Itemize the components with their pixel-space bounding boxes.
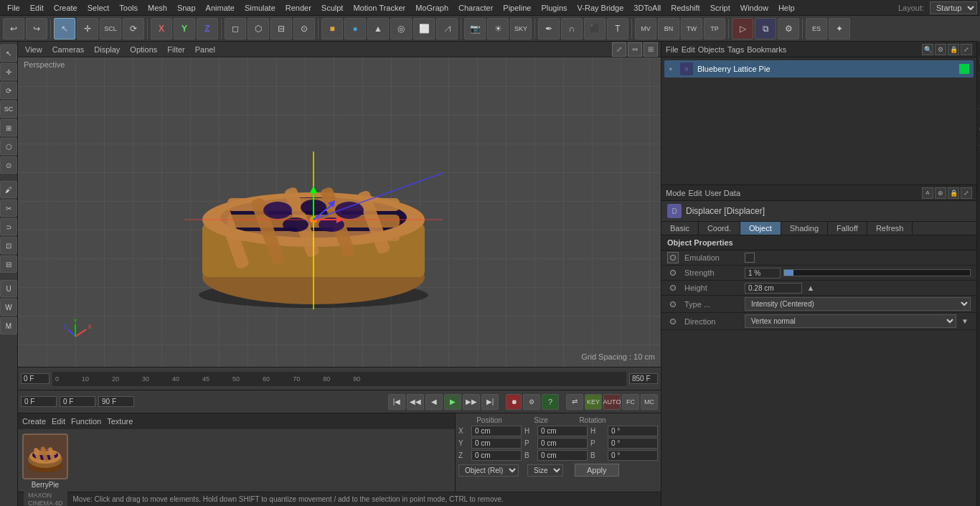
emulation-radio[interactable]: [667, 252, 679, 263]
key-frame-button[interactable]: KEY: [585, 394, 602, 410]
fcurve-button[interactable]: FC: [622, 394, 639, 410]
strength-input[interactable]: [745, 268, 781, 278]
vp-menu-cameras[interactable]: Cameras: [48, 44, 89, 55]
step-back-button[interactable]: ◀◀: [407, 394, 424, 410]
attr-user-data[interactable]: User Data: [705, 189, 741, 197]
landscape-tool[interactable]: ⩘: [436, 18, 458, 39]
obj-search-icon[interactable]: 🔍: [922, 44, 933, 55]
light-tool[interactable]: ☀: [487, 18, 509, 39]
size-h-input[interactable]: [537, 426, 588, 436]
poly-select-left[interactable]: ⬡: [0, 138, 17, 155]
pos-y-input[interactable]: [471, 438, 522, 449]
polygon-mode-button[interactable]: ⬡: [248, 18, 269, 39]
mat-menu-edit[interactable]: Edit: [52, 417, 65, 426]
obj-header-edit[interactable]: Edit: [682, 45, 695, 54]
type-dropdown[interactable]: Intensity (Centered): [745, 297, 971, 311]
cone-tool[interactable]: ▲: [367, 18, 389, 39]
mat-menu-create[interactable]: Create: [22, 417, 46, 426]
knife-tool[interactable]: ✂: [0, 200, 17, 217]
attr-tab-basic[interactable]: Basic: [661, 222, 699, 235]
loop-cut-tool[interactable]: ⊟: [0, 256, 17, 273]
edge-mode-button[interactable]: ⊟: [270, 18, 292, 39]
viewport[interactable]: Perspective: [18, 57, 661, 367]
menu-vray[interactable]: V-Ray Bridge: [573, 2, 628, 14]
playback-start-frame[interactable]: [21, 396, 57, 407]
play-button[interactable]: ▶: [444, 394, 461, 410]
menu-pipeline[interactable]: Pipeline: [499, 2, 535, 14]
rot-b-input[interactable]: [608, 450, 658, 461]
move-tool-left[interactable]: ✛: [0, 63, 17, 80]
menu-mesh[interactable]: Mesh: [143, 2, 171, 14]
menu-plugins[interactable]: Plugins: [537, 2, 571, 14]
side-tab-layers[interactable]: Layers: [977, 145, 980, 174]
object-color-box[interactable]: [959, 64, 969, 74]
move-deformer[interactable]: MV: [635, 18, 656, 39]
cube-tool[interactable]: ■: [321, 18, 343, 39]
menu-file[interactable]: File: [3, 2, 24, 14]
obj-select-left[interactable]: ⊞: [0, 119, 17, 136]
taper-deformer[interactable]: TP: [704, 18, 725, 39]
menu-redshift[interactable]: Redshift: [666, 2, 704, 14]
mirror-tool[interactable]: M: [0, 317, 17, 334]
object-mode-button[interactable]: ◻: [225, 18, 246, 39]
attr-tab-refresh[interactable]: Refresh: [867, 222, 913, 235]
render-settings-button[interactable]: ⚙: [778, 18, 799, 39]
size-b-input[interactable]: [537, 450, 588, 461]
obj-header-bookmarks[interactable]: Bookmarks: [747, 45, 786, 54]
move-button[interactable]: ✛: [77, 18, 98, 39]
record-options-button[interactable]: ⚙: [523, 394, 540, 410]
pos-x-input[interactable]: [471, 426, 522, 436]
direction-radio[interactable]: [667, 316, 679, 327]
object-item-pie[interactable]: ● ○ Blueberry Lattice Pie: [664, 60, 974, 78]
step-forward-button[interactable]: ▶▶: [463, 394, 480, 410]
play-back-button[interactable]: ◀: [425, 394, 443, 410]
apply-button[interactable]: Apply: [575, 464, 619, 477]
arc-tool[interactable]: ∩: [561, 18, 583, 39]
rotate-tool-left[interactable]: ⟳: [0, 82, 17, 99]
menu-motion-tracker[interactable]: Motion Tracker: [349, 2, 410, 14]
bend-deformer[interactable]: BN: [658, 18, 679, 39]
vp-menu-panel[interactable]: Panel: [191, 44, 220, 55]
rot-p-input[interactable]: [608, 438, 658, 449]
playback-current-frame[interactable]: [60, 396, 95, 407]
render-view-button[interactable]: ⧉: [755, 18, 776, 39]
obj-header-tags[interactable]: Tags: [727, 45, 744, 54]
extrude-tool-left[interactable]: ⊡: [0, 237, 17, 254]
menu-edit[interactable]: Edit: [26, 2, 48, 14]
weight-tool[interactable]: W: [0, 299, 17, 316]
pos-z-input[interactable]: [471, 450, 522, 461]
attr-tab-object[interactable]: Object: [740, 222, 781, 235]
menu-character[interactable]: Character: [454, 2, 497, 14]
side-tab-attributes[interactable]: Attributes: [977, 108, 980, 145]
obj-expand-icon[interactable]: ⤢: [961, 44, 972, 55]
attr-tab-shading[interactable]: Shading: [781, 222, 828, 235]
point-mode-button[interactable]: ⊙: [293, 18, 315, 39]
camera-tool[interactable]: 📷: [464, 18, 486, 39]
rotate-button[interactable]: ⟳: [123, 18, 144, 39]
go-to-start-button[interactable]: |◀: [388, 394, 405, 410]
point-select-left[interactable]: ⊙: [0, 156, 17, 174]
torus-tool[interactable]: ◎: [390, 18, 412, 39]
obj-settings-icon[interactable]: ⚙: [935, 44, 946, 55]
select-move-button[interactable]: ↖: [54, 18, 75, 39]
viewport-icon-grid[interactable]: ⊞: [644, 42, 658, 57]
rot-h-input[interactable]: [608, 426, 658, 436]
paint-tool[interactable]: 🖌: [0, 181, 17, 198]
menu-mograph[interactable]: MoGraph: [411, 2, 453, 14]
auto-key-button[interactable]: AUTO: [603, 394, 621, 410]
height-radio[interactable]: [667, 282, 679, 294]
go-to-end-button[interactable]: ▶|: [481, 394, 499, 410]
height-up-icon[interactable]: ▲: [805, 282, 816, 294]
menu-simulate[interactable]: Simulate: [240, 2, 280, 14]
record-button[interactable]: ⏺: [506, 394, 522, 410]
material-item[interactable]: BerryPie: [22, 434, 68, 489]
vp-menu-filter[interactable]: Filter: [163, 44, 189, 55]
coord-y-button[interactable]: Y: [174, 18, 195, 39]
mat-menu-texture[interactable]: Texture: [107, 417, 133, 426]
vp-menu-options[interactable]: Options: [126, 44, 161, 55]
menu-animate[interactable]: Animate: [202, 2, 239, 14]
timeline-ruler[interactable]: 0 10 20 30 40 45 50 60 70 80 90: [52, 372, 626, 386]
mat-menu-function[interactable]: Function: [71, 417, 101, 426]
obj-header-objects[interactable]: Objects: [698, 45, 725, 54]
coord-z-button[interactable]: Z: [197, 18, 218, 39]
